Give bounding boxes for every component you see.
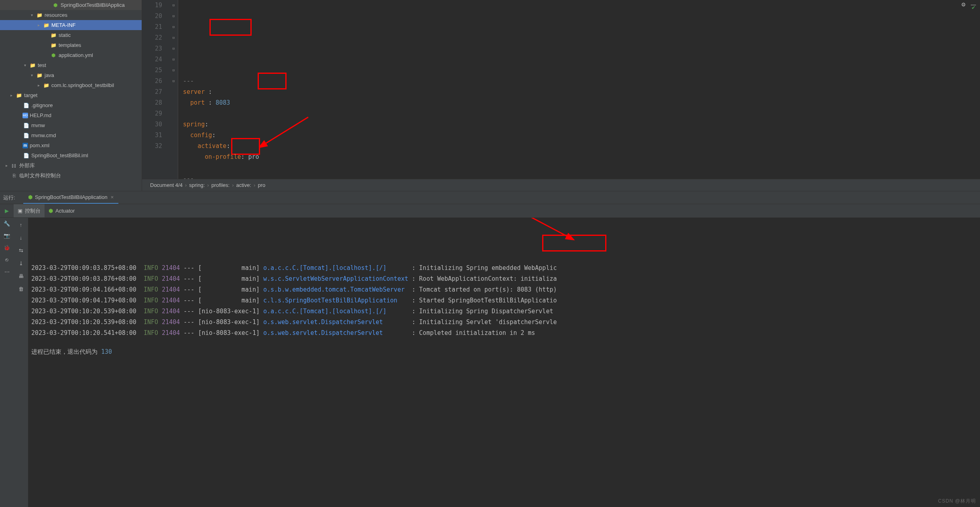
code-content[interactable]: ---server : port : 8083spring: config: a… bbox=[178, 0, 980, 179]
annotation-box-tomcat-port bbox=[542, 235, 606, 251]
breadcrumb-doc[interactable]: Document 4/4 bbox=[150, 182, 183, 188]
tree-item[interactable]: 📄mvnw bbox=[0, 120, 142, 130]
tree-item[interactable]: 📁static bbox=[0, 30, 142, 40]
tree-item[interactable]: ▾📁test bbox=[0, 60, 142, 70]
tree-item[interactable]: ⬢application.yml bbox=[0, 50, 142, 60]
tree-item[interactable]: MDHELP.md bbox=[0, 110, 142, 120]
external-libraries[interactable]: ▸ ⫿⫿ 外部库 bbox=[0, 160, 142, 170]
scratches[interactable]: ⎘ 临时文件和控制台 bbox=[0, 170, 142, 180]
log-line: 2023-03-29T00:09:04.166+08:00 INFO 21404… bbox=[31, 284, 977, 295]
tree-item[interactable]: 📄mvnw.cmd bbox=[0, 130, 142, 140]
scroll-end-icon[interactable]: ⤓ bbox=[16, 259, 25, 268]
breadcrumb[interactable]: Document 4/4 › spring: › profiles: › act… bbox=[142, 179, 980, 191]
run-icon[interactable]: ▶ bbox=[5, 208, 9, 214]
hide-icon[interactable]: — bbox=[971, 2, 976, 8]
breadcrumb-p1[interactable]: spring: bbox=[189, 182, 205, 188]
more-icon[interactable]: ⋯ bbox=[2, 267, 11, 276]
exit-line: 进程已结束，退出代码为 130 bbox=[31, 347, 977, 357]
console-tab[interactable]: ▣ 控制台 bbox=[14, 204, 45, 217]
console-toolbar: ↑ ↓ ⇆ ⤓ 🖶 🗑 bbox=[14, 218, 28, 507]
breadcrumb-p4[interactable]: pro bbox=[258, 182, 265, 188]
exit-icon[interactable]: ⎋ bbox=[2, 255, 11, 264]
run-side-toolbar: 🔧 📷 🐞 ⎋ ⋯ bbox=[0, 218, 14, 507]
fold-gutter[interactable]: ⊟⊟⊟⊟⊟⊟⊟⊟ bbox=[169, 0, 178, 179]
close-icon[interactable]: × bbox=[111, 194, 114, 200]
log-line: 2023-03-29T00:10:20.539+08:00 INFO 21404… bbox=[31, 306, 977, 317]
wrench-icon[interactable]: 🔧 bbox=[2, 219, 11, 228]
annotation-box-port bbox=[209, 19, 252, 36]
run-config-tab[interactable]: ⬢ SpringBootTestBilBilApplication × bbox=[23, 191, 118, 204]
svg-line-1 bbox=[506, 218, 569, 237]
bug-icon[interactable]: 🐞 bbox=[2, 243, 11, 252]
log-line: 2023-03-29T00:10:20.541+08:00 INFO 21404… bbox=[31, 328, 977, 339]
spring-icon: ⬢ bbox=[28, 194, 33, 200]
watermark: CSDN @林月明 bbox=[938, 498, 976, 505]
tree-item[interactable]: ▸📁META-INF bbox=[0, 20, 142, 30]
tree-item[interactable]: ▸📁com.lc.springboot_testbilbil bbox=[0, 80, 142, 90]
run-toolbar: ▶ ▣ 控制台 ⬢ Actuator bbox=[0, 204, 980, 218]
breadcrumb-p2[interactable]: profiles: bbox=[211, 182, 230, 188]
print-icon[interactable]: 🖶 bbox=[16, 272, 25, 280]
run-label: 运行: bbox=[0, 194, 23, 201]
down-arrow-icon[interactable]: ↓ bbox=[16, 233, 25, 242]
annotation-arrow-2 bbox=[502, 218, 575, 241]
camera-icon[interactable]: 📷 bbox=[2, 231, 11, 240]
run-header: 运行: ⬢ SpringBootTestBilBilApplication × … bbox=[0, 191, 980, 204]
spring-icon: ⬢ bbox=[49, 208, 53, 214]
editor: 1920212223242526272829303132 ⊟⊟⊟⊟⊟⊟⊟⊟ --… bbox=[142, 0, 980, 191]
tree-item[interactable]: ⬢SpringBootTestBilBilApplica bbox=[0, 0, 142, 10]
tree-item[interactable]: 📄SpringBoot_testBilBil.iml bbox=[0, 150, 142, 160]
tree-item[interactable]: ▸📁target bbox=[0, 90, 142, 100]
log-line: 2023-03-29T00:09:03.875+08:00 INFO 21404… bbox=[31, 263, 977, 274]
tree-item[interactable]: 📄.gitignore bbox=[0, 100, 142, 110]
log-line: 2023-03-29T00:09:04.179+08:00 INFO 21404… bbox=[31, 295, 977, 306]
trash-icon[interactable]: 🗑 bbox=[16, 284, 25, 293]
line-gutter[interactable]: 1920212223242526272829303132 bbox=[142, 0, 169, 179]
up-arrow-icon[interactable]: ↑ bbox=[16, 220, 25, 229]
tree-item[interactable]: mpom.xml bbox=[0, 140, 142, 150]
soft-wrap-icon[interactable]: ⇆ bbox=[16, 246, 25, 255]
log-line: 2023-03-29T00:09:03.876+08:00 INFO 21404… bbox=[31, 274, 977, 284]
actuator-tab[interactable]: ⬢ Actuator bbox=[45, 204, 79, 217]
tree-item[interactable]: ▾📁resources bbox=[0, 10, 142, 20]
breadcrumb-p3[interactable]: active: bbox=[236, 182, 252, 188]
run-panel: 运行: ⬢ SpringBootTestBilBilApplication × … bbox=[0, 191, 980, 507]
log-line: 2023-03-29T00:10:20.539+08:00 INFO 21404… bbox=[31, 317, 977, 328]
settings-icon[interactable]: ⚙ bbox=[961, 2, 966, 8]
console-output[interactable]: 2023-03-29T00:09:03.875+08:00 INFO 21404… bbox=[28, 218, 980, 507]
tree-item[interactable]: ▾📁java bbox=[0, 70, 142, 80]
terminal-icon: ▣ bbox=[18, 208, 22, 214]
tree-item[interactable]: 📁templates bbox=[0, 40, 142, 50]
project-tree[interactable]: ⬢SpringBootTestBilBilApplica▾📁resources▸… bbox=[0, 0, 142, 191]
